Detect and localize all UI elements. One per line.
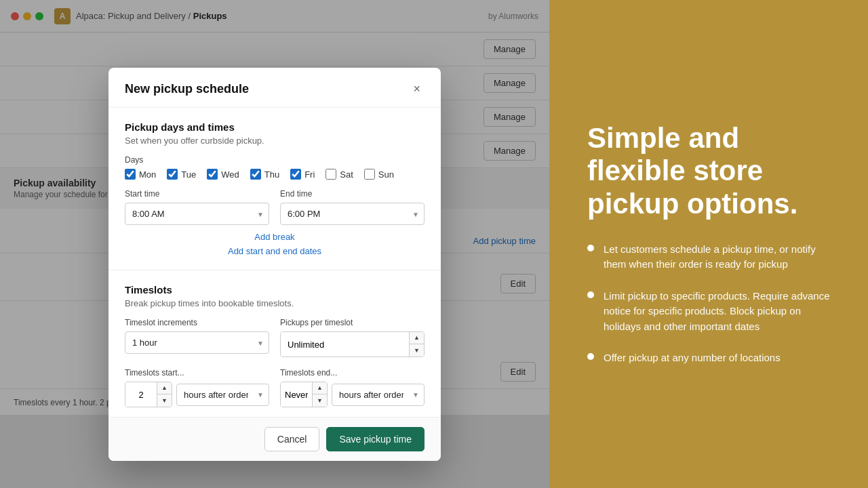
per-timeslot-value[interactable] — [281, 332, 409, 357]
timeslots-section: Timeslots Break pickup times into bookab… — [108, 270, 441, 417]
day-thu-label: Thu — [264, 169, 279, 180]
day-tue-label: Tue — [181, 169, 196, 180]
day-tue-checkbox[interactable] — [167, 169, 178, 180]
day-sun[interactable]: Sun — [364, 169, 394, 180]
timeslots-end-stepper: ▲ ▼ — [280, 382, 328, 407]
timeslots-end-field: Timeslots end... ▲ ▼ — [280, 368, 425, 407]
promo-text-2: Limit pickup to specific products. Requi… — [604, 289, 835, 335]
time-row: Start time 8:00 AM 9:00 AM 10:00 AM ▼ — [125, 189, 425, 225]
modal-title: New pickup schedule — [125, 82, 249, 96]
increments-select[interactable]: 1 hour 30 minutes 2 hours — [125, 331, 269, 354]
timeslots-title: Timeslots — [125, 284, 425, 296]
modal-body: Pickup days and times Set when you offer… — [108, 108, 441, 417]
timeslots-end-number[interactable] — [281, 382, 312, 407]
promo-text-1: Let customers schedule a pickup time, or… — [604, 242, 835, 272]
promo-item-3: Offer pickup at any number of locations — [587, 350, 835, 366]
timeslots-start-stepper: ▲ ▼ — [125, 382, 172, 407]
start-time-field: Start time 8:00 AM 9:00 AM 10:00 AM ▼ — [125, 189, 269, 225]
day-sun-label: Sun — [378, 169, 394, 180]
save-pickup-time-button[interactable]: Save pickup time — [326, 427, 425, 451]
timeslots-start-down-button[interactable]: ▼ — [157, 394, 172, 407]
increments-wrapper: 1 hour 30 minutes 2 hours ▼ — [125, 331, 269, 354]
day-wed[interactable]: Wed — [207, 169, 239, 180]
time-links: Add break Add start and end dates — [125, 225, 425, 256]
per-timeslot-label: Pickups per timeslot — [280, 318, 425, 327]
day-wed-checkbox[interactable] — [207, 169, 218, 180]
timeslots-end-group: ▲ ▼ hours after order days after order — [280, 382, 425, 407]
days-row: Mon Tue Wed — [125, 169, 425, 180]
timeslot-increments-row: Timeslot increments 1 hour 30 minutes 2 … — [125, 318, 425, 357]
cancel-button[interactable]: Cancel — [264, 427, 320, 451]
end-time-select[interactable]: 6:00 PM 7:00 PM 8:00 PM — [280, 203, 425, 225]
new-pickup-schedule-modal: New pickup schedule × Pickup days and ti… — [108, 68, 441, 461]
timeslots-start-group: ▲ ▼ hours after order days after order — [125, 382, 269, 407]
promo-item-1: Let customers schedule a pickup time, or… — [587, 242, 835, 272]
add-break-button[interactable]: Add break — [125, 232, 425, 242]
promo-bullet-2 — [587, 291, 594, 298]
day-mon-label: Mon — [139, 169, 156, 180]
start-time-select[interactable]: 8:00 AM 9:00 AM 10:00 AM — [125, 203, 269, 225]
timeslots-end-label: Timeslots end... — [280, 368, 425, 378]
timeslots-start-field: Timeslots start... ▲ ▼ — [125, 368, 269, 407]
start-time-wrapper: 8:00 AM 9:00 AM 10:00 AM ▼ — [125, 203, 269, 225]
modal-header: New pickup schedule × — [108, 68, 441, 108]
promo-list: Let customers schedule a pickup time, or… — [587, 242, 835, 366]
per-timeslot-up-button[interactable]: ▲ — [410, 332, 424, 344]
timeslots-start-unit-select[interactable]: hours after order days after order — [176, 384, 269, 406]
end-time-wrapper: 6:00 PM 7:00 PM 8:00 PM ▼ — [280, 203, 425, 225]
start-time-label: Start time — [125, 189, 269, 199]
per-timeslot-input: ▲ ▼ — [280, 331, 425, 357]
add-start-end-dates-button[interactable]: Add start and end dates — [125, 246, 425, 256]
end-time-label: End time — [280, 189, 425, 199]
promo-title: Simple and flexible store pickup options… — [587, 122, 835, 220]
day-wed-label: Wed — [221, 169, 239, 180]
timeslots-start-unit-wrapper: hours after order days after order ▼ — [176, 384, 269, 406]
per-timeslot-field: Pickups per timeslot ▲ ▼ — [280, 318, 425, 357]
promo-bullet-1 — [587, 245, 594, 251]
app-panel: A Alpaca: Pickup and Delivery / Pickups … — [0, 0, 549, 488]
modal-footer: Cancel Save pickup time — [108, 417, 441, 461]
increments-label: Timeslot increments — [125, 318, 269, 327]
day-fri-label: Fri — [304, 169, 315, 180]
day-mon-checkbox[interactable] — [125, 169, 136, 180]
modal-overlay: New pickup schedule × Pickup days and ti… — [0, 0, 549, 488]
timeslots-start-label: Timeslots start... — [125, 368, 269, 378]
timeslots-end-up-button[interactable]: ▲ — [313, 382, 327, 394]
day-sat[interactable]: Sat — [326, 169, 353, 180]
timeslots-end-down-button[interactable]: ▼ — [313, 394, 327, 407]
day-mon[interactable]: Mon — [125, 169, 156, 180]
day-sat-label: Sat — [340, 169, 353, 180]
day-thu[interactable]: Thu — [250, 169, 279, 180]
day-sat-checkbox[interactable] — [326, 169, 336, 180]
promo-bullet-3 — [587, 353, 594, 360]
day-fri[interactable]: Fri — [290, 169, 315, 180]
modal-close-button[interactable]: × — [409, 81, 425, 96]
days-label: Days — [125, 155, 425, 165]
right-panel: Simple and flexible store pickup options… — [549, 0, 868, 488]
day-sun-checkbox[interactable] — [364, 169, 375, 180]
timeslots-start-btns: ▲ ▼ — [157, 382, 172, 407]
day-thu-checkbox[interactable] — [250, 169, 261, 180]
pickup-days-desc: Set when you offer curbside pickup. — [125, 136, 425, 146]
timeslot-range-row: Timeslots start... ▲ ▼ — [125, 368, 425, 407]
timeslots-end-btns: ▲ ▼ — [312, 382, 327, 407]
promo-item-2: Limit pickup to specific products. Requi… — [587, 289, 835, 335]
pickup-days-title: Pickup days and times — [125, 121, 425, 133]
increments-field: Timeslot increments 1 hour 30 minutes 2 … — [125, 318, 269, 357]
promo-text-3: Offer pickup at any number of locations — [604, 350, 781, 366]
timeslots-end-unit-wrapper: hours after order days after order ▼ — [332, 384, 425, 406]
timeslots-end-unit-select[interactable]: hours after order days after order — [332, 384, 425, 406]
per-timeslot-down-button[interactable]: ▼ — [410, 344, 424, 357]
day-fri-checkbox[interactable] — [290, 169, 301, 180]
per-timeslot-steppers: ▲ ▼ — [409, 332, 424, 357]
timeslots-desc: Break pickup times into bookable timeslo… — [125, 298, 425, 308]
timeslots-start-up-button[interactable]: ▲ — [157, 382, 172, 394]
end-time-field: End time 6:00 PM 7:00 PM 8:00 PM ▼ — [280, 189, 425, 225]
timeslots-start-number[interactable] — [125, 382, 157, 407]
day-tue[interactable]: Tue — [167, 169, 196, 180]
pickup-days-section: Pickup days and times Set when you offer… — [108, 108, 441, 270]
